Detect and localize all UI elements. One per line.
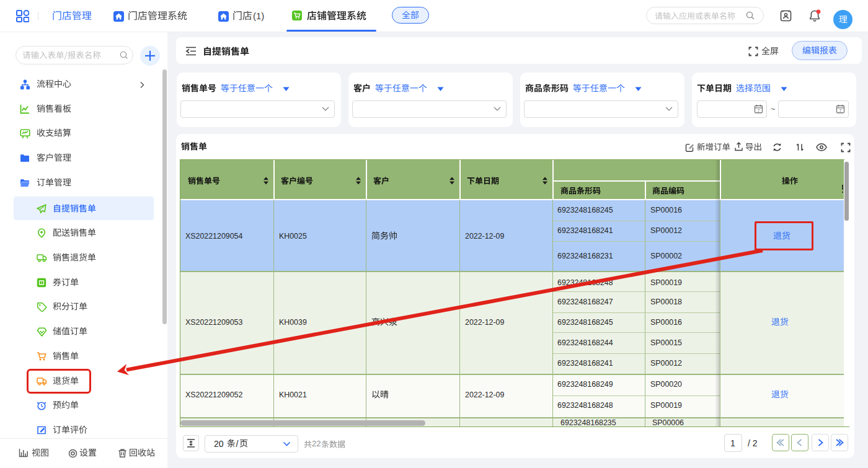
svg-text:7: 7: [758, 108, 760, 113]
svg-text:7: 7: [839, 108, 842, 113]
